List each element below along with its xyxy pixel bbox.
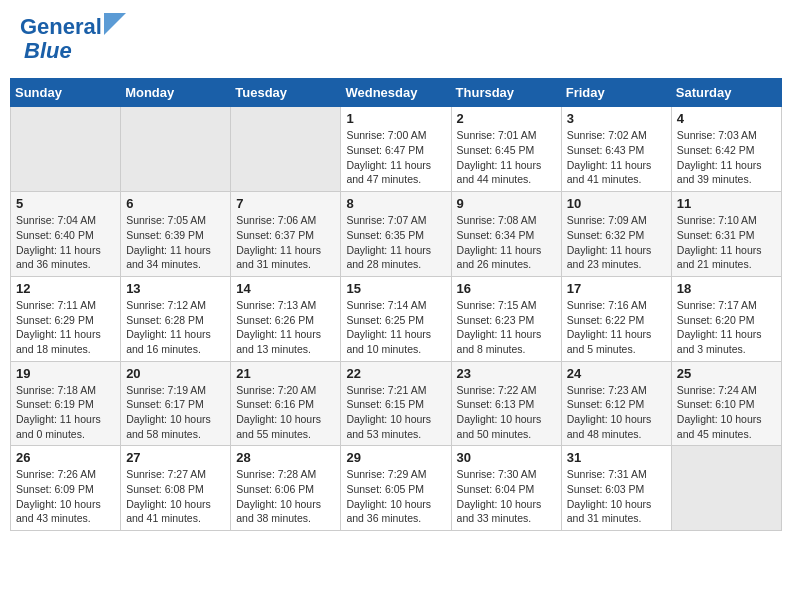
day-info: Sunrise: 7:27 AM Sunset: 6:08 PM Dayligh… — [126, 467, 225, 526]
logo-text: General — [20, 15, 102, 39]
calendar-cell: 10Sunrise: 7:09 AM Sunset: 6:32 PM Dayli… — [561, 192, 671, 277]
logo-blue-text: Blue — [24, 38, 72, 63]
day-number: 27 — [126, 450, 225, 465]
calendar-cell: 18Sunrise: 7:17 AM Sunset: 6:20 PM Dayli… — [671, 276, 781, 361]
day-info: Sunrise: 7:23 AM Sunset: 6:12 PM Dayligh… — [567, 383, 666, 442]
day-number: 29 — [346, 450, 445, 465]
calendar-header-row: SundayMondayTuesdayWednesdayThursdayFrid… — [11, 79, 782, 107]
day-number: 10 — [567, 196, 666, 211]
day-info: Sunrise: 7:30 AM Sunset: 6:04 PM Dayligh… — [457, 467, 556, 526]
calendar-cell: 29Sunrise: 7:29 AM Sunset: 6:05 PM Dayli… — [341, 446, 451, 531]
calendar-cell — [121, 107, 231, 192]
day-info: Sunrise: 7:24 AM Sunset: 6:10 PM Dayligh… — [677, 383, 776, 442]
calendar-cell: 31Sunrise: 7:31 AM Sunset: 6:03 PM Dayli… — [561, 446, 671, 531]
day-number: 13 — [126, 281, 225, 296]
day-info: Sunrise: 7:09 AM Sunset: 6:32 PM Dayligh… — [567, 213, 666, 272]
day-number: 21 — [236, 366, 335, 381]
calendar-cell: 15Sunrise: 7:14 AM Sunset: 6:25 PM Dayli… — [341, 276, 451, 361]
day-number: 9 — [457, 196, 556, 211]
calendar-cell: 28Sunrise: 7:28 AM Sunset: 6:06 PM Dayli… — [231, 446, 341, 531]
calendar-cell — [11, 107, 121, 192]
day-number: 20 — [126, 366, 225, 381]
calendar-cell: 17Sunrise: 7:16 AM Sunset: 6:22 PM Dayli… — [561, 276, 671, 361]
day-info: Sunrise: 7:13 AM Sunset: 6:26 PM Dayligh… — [236, 298, 335, 357]
day-number: 12 — [16, 281, 115, 296]
calendar-cell: 4Sunrise: 7:03 AM Sunset: 6:42 PM Daylig… — [671, 107, 781, 192]
calendar-cell: 13Sunrise: 7:12 AM Sunset: 6:28 PM Dayli… — [121, 276, 231, 361]
calendar-table: SundayMondayTuesdayWednesdayThursdayFrid… — [10, 78, 782, 531]
day-info: Sunrise: 7:00 AM Sunset: 6:47 PM Dayligh… — [346, 128, 445, 187]
calendar-cell: 23Sunrise: 7:22 AM Sunset: 6:13 PM Dayli… — [451, 361, 561, 446]
day-number: 31 — [567, 450, 666, 465]
day-number: 15 — [346, 281, 445, 296]
calendar-cell — [671, 446, 781, 531]
day-info: Sunrise: 7:03 AM Sunset: 6:42 PM Dayligh… — [677, 128, 776, 187]
page-header: General Blue — [10, 10, 782, 68]
calendar-week-row: 12Sunrise: 7:11 AM Sunset: 6:29 PM Dayli… — [11, 276, 782, 361]
day-number: 23 — [457, 366, 556, 381]
day-number: 16 — [457, 281, 556, 296]
day-info: Sunrise: 7:22 AM Sunset: 6:13 PM Dayligh… — [457, 383, 556, 442]
day-info: Sunrise: 7:14 AM Sunset: 6:25 PM Dayligh… — [346, 298, 445, 357]
day-number: 3 — [567, 111, 666, 126]
day-number: 26 — [16, 450, 115, 465]
calendar-cell: 11Sunrise: 7:10 AM Sunset: 6:31 PM Dayli… — [671, 192, 781, 277]
day-info: Sunrise: 7:11 AM Sunset: 6:29 PM Dayligh… — [16, 298, 115, 357]
svg-marker-0 — [104, 13, 126, 35]
day-number: 25 — [677, 366, 776, 381]
day-info: Sunrise: 7:02 AM Sunset: 6:43 PM Dayligh… — [567, 128, 666, 187]
day-number: 19 — [16, 366, 115, 381]
calendar-day-header: Thursday — [451, 79, 561, 107]
calendar-cell: 25Sunrise: 7:24 AM Sunset: 6:10 PM Dayli… — [671, 361, 781, 446]
calendar-day-header: Saturday — [671, 79, 781, 107]
calendar-cell: 7Sunrise: 7:06 AM Sunset: 6:37 PM Daylig… — [231, 192, 341, 277]
calendar-cell: 9Sunrise: 7:08 AM Sunset: 6:34 PM Daylig… — [451, 192, 561, 277]
calendar-day-header: Sunday — [11, 79, 121, 107]
day-number: 17 — [567, 281, 666, 296]
day-number: 30 — [457, 450, 556, 465]
calendar-cell: 3Sunrise: 7:02 AM Sunset: 6:43 PM Daylig… — [561, 107, 671, 192]
calendar-cell — [231, 107, 341, 192]
calendar-day-header: Wednesday — [341, 79, 451, 107]
day-number: 11 — [677, 196, 776, 211]
day-number: 14 — [236, 281, 335, 296]
day-number: 1 — [346, 111, 445, 126]
day-info: Sunrise: 7:10 AM Sunset: 6:31 PM Dayligh… — [677, 213, 776, 272]
calendar-cell: 19Sunrise: 7:18 AM Sunset: 6:19 PM Dayli… — [11, 361, 121, 446]
day-info: Sunrise: 7:06 AM Sunset: 6:37 PM Dayligh… — [236, 213, 335, 272]
calendar-cell: 20Sunrise: 7:19 AM Sunset: 6:17 PM Dayli… — [121, 361, 231, 446]
calendar-week-row: 5Sunrise: 7:04 AM Sunset: 6:40 PM Daylig… — [11, 192, 782, 277]
calendar-day-header: Monday — [121, 79, 231, 107]
calendar-week-row: 26Sunrise: 7:26 AM Sunset: 6:09 PM Dayli… — [11, 446, 782, 531]
calendar-cell: 5Sunrise: 7:04 AM Sunset: 6:40 PM Daylig… — [11, 192, 121, 277]
day-info: Sunrise: 7:07 AM Sunset: 6:35 PM Dayligh… — [346, 213, 445, 272]
logo-arrow-icon — [104, 13, 126, 35]
day-info: Sunrise: 7:26 AM Sunset: 6:09 PM Dayligh… — [16, 467, 115, 526]
calendar-cell: 27Sunrise: 7:27 AM Sunset: 6:08 PM Dayli… — [121, 446, 231, 531]
calendar-cell: 16Sunrise: 7:15 AM Sunset: 6:23 PM Dayli… — [451, 276, 561, 361]
calendar-cell: 22Sunrise: 7:21 AM Sunset: 6:15 PM Dayli… — [341, 361, 451, 446]
day-info: Sunrise: 7:29 AM Sunset: 6:05 PM Dayligh… — [346, 467, 445, 526]
day-info: Sunrise: 7:18 AM Sunset: 6:19 PM Dayligh… — [16, 383, 115, 442]
day-info: Sunrise: 7:04 AM Sunset: 6:40 PM Dayligh… — [16, 213, 115, 272]
logo: General Blue — [20, 15, 126, 63]
calendar-week-row: 1Sunrise: 7:00 AM Sunset: 6:47 PM Daylig… — [11, 107, 782, 192]
day-info: Sunrise: 7:16 AM Sunset: 6:22 PM Dayligh… — [567, 298, 666, 357]
day-number: 2 — [457, 111, 556, 126]
day-number: 8 — [346, 196, 445, 211]
calendar-day-header: Tuesday — [231, 79, 341, 107]
calendar-cell: 2Sunrise: 7:01 AM Sunset: 6:45 PM Daylig… — [451, 107, 561, 192]
day-number: 6 — [126, 196, 225, 211]
day-info: Sunrise: 7:17 AM Sunset: 6:20 PM Dayligh… — [677, 298, 776, 357]
day-number: 28 — [236, 450, 335, 465]
calendar-cell: 12Sunrise: 7:11 AM Sunset: 6:29 PM Dayli… — [11, 276, 121, 361]
day-number: 18 — [677, 281, 776, 296]
calendar-cell: 6Sunrise: 7:05 AM Sunset: 6:39 PM Daylig… — [121, 192, 231, 277]
calendar-cell: 30Sunrise: 7:30 AM Sunset: 6:04 PM Dayli… — [451, 446, 561, 531]
day-info: Sunrise: 7:05 AM Sunset: 6:39 PM Dayligh… — [126, 213, 225, 272]
day-info: Sunrise: 7:08 AM Sunset: 6:34 PM Dayligh… — [457, 213, 556, 272]
day-number: 4 — [677, 111, 776, 126]
calendar-cell: 24Sunrise: 7:23 AM Sunset: 6:12 PM Dayli… — [561, 361, 671, 446]
calendar-day-header: Friday — [561, 79, 671, 107]
day-info: Sunrise: 7:12 AM Sunset: 6:28 PM Dayligh… — [126, 298, 225, 357]
